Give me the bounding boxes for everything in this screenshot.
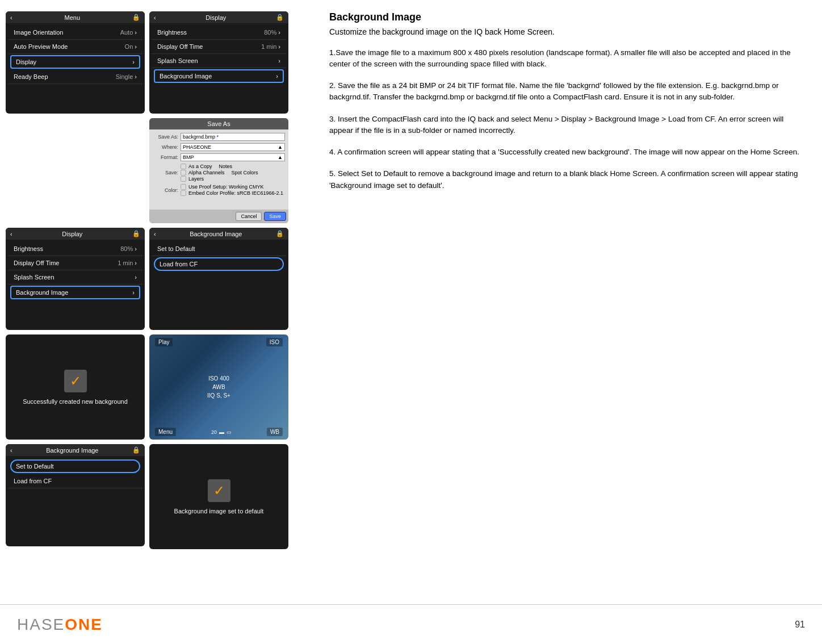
- battery-icon: ▬: [219, 429, 224, 435]
- row-1-screens: ‹ Menu 🔒 Image Orientation Auto › Auto P…: [6, 11, 312, 114]
- instruction-1-text: 1.Save the image file to a maximum 800 x…: [329, 47, 805, 70]
- display-screen-1-title: Display: [206, 14, 226, 21]
- color-label: Color:: [153, 187, 178, 193]
- menu-item-display: Display ›: [10, 55, 140, 69]
- lock-icon: 🔒: [132, 230, 140, 237]
- bg-image-title: Background Image: [190, 231, 242, 237]
- spot-label: Spot Colors: [232, 170, 258, 175]
- menu-item-label: Display: [16, 58, 36, 65]
- bottom-bar: HASE ONE 91: [0, 604, 822, 644]
- lock-icon: 🔒: [276, 230, 284, 237]
- instruction-4-text: 4. A confirmation screen will appear sta…: [329, 147, 805, 158]
- right-column: Background Image Customize the backgroun…: [318, 0, 822, 644]
- display-item-off-time: Display Off Time 1 min ›: [152, 40, 286, 54]
- d2-brightness: Brightness 80% ›: [8, 242, 142, 256]
- color-options: Use Proof Setup: Working CMYK Embed Colo…: [181, 184, 283, 196]
- instruction-1: 1.Save the image file to a maximum 800 x…: [329, 47, 805, 70]
- dialog-title: Save As: [207, 120, 230, 127]
- bg-image-screen-2-header: ‹ Background Image 🔒: [6, 444, 145, 456]
- dialog-footer: Cancel Save: [149, 210, 288, 223]
- instruction-3-text: 3. Insert the CompactFlash card into the…: [329, 114, 805, 137]
- page-subtitle: Customize the background image on the IQ…: [329, 27, 805, 38]
- home-top-bar: Play ISO: [149, 334, 288, 350]
- bg-image-screen-1: ‹ Background Image 🔒 Set to Default Load…: [149, 228, 288, 330]
- save-button[interactable]: Save: [264, 212, 286, 221]
- display-item-arrow: ›: [276, 73, 278, 80]
- display-screen-2-title: Display: [62, 231, 82, 237]
- save-options-row: Save: As a Copy Notes Alpha Channels Spo…: [153, 164, 285, 182]
- menu-item-ready-beep: Ready Beep Single ›: [8, 70, 142, 84]
- where-label: Where:: [153, 144, 178, 150]
- display-item-value: 80% ›: [264, 29, 280, 36]
- brand-logo: HASE ONE: [17, 616, 103, 634]
- display-item-label: Background Image: [160, 73, 212, 80]
- awb-value: AWB: [149, 383, 288, 391]
- option-layers: Layers: [181, 176, 258, 182]
- card-icon: ▭: [227, 429, 232, 435]
- brand-one: ONE: [65, 616, 103, 634]
- menu-screen-title: Menu: [65, 14, 81, 21]
- bg-load-cf: Load from CF: [154, 257, 284, 271]
- embed-label: Embed Color Profile: sRCB IEC61966-2.1: [188, 190, 283, 196]
- back-arrow-icon: ‹: [154, 14, 156, 21]
- menu-item-value: Auto ›: [120, 29, 137, 36]
- wb-button: WB: [267, 428, 283, 436]
- confirm-new-bg-text: Successfully created new background: [23, 398, 128, 405]
- row-2-screens: Save As Save As: backgrnd.bmp * Where: P…: [6, 118, 312, 223]
- checkbox-icon: [181, 190, 186, 196]
- display-item-value: 1 min ›: [261, 43, 280, 50]
- checkmark-icon-2: ✓: [213, 483, 225, 499]
- cancel-button[interactable]: Cancel: [236, 212, 262, 221]
- home-screen: Play ISO ISO 400 AWB IIQ S, S+ Menu 20 ▬: [149, 334, 288, 440]
- format-select: BMP ▲: [181, 153, 285, 161]
- menu-item-image-orientation: Image Orientation Auto ›: [8, 26, 142, 40]
- menu-item-auto-preview: Auto Preview Mode On ›: [8, 40, 142, 54]
- confirm-check-icon: ✓: [64, 370, 87, 392]
- menu-item-value: Single ›: [116, 73, 137, 80]
- option-label: As a Copy: [188, 164, 212, 169]
- menu-item-arrow: ›: [132, 58, 135, 65]
- back-arrow-icon: ‹: [10, 14, 12, 21]
- menu-button: Menu: [155, 428, 176, 436]
- display-item-brightness: Brightness 80% ›: [152, 26, 286, 40]
- checkbox-icon: [181, 170, 186, 175]
- iso-value: ISO 400: [149, 374, 288, 383]
- save-as-dialog: Save As Save As: backgrnd.bmp * Where: P…: [149, 118, 288, 223]
- dialog-body: Save As: backgrnd.bmp * Where: PHASEONE …: [149, 129, 288, 210]
- display-screen-2-header: ‹ Display 🔒: [6, 228, 145, 240]
- bg-image-screen-header: ‹ Background Image 🔒: [149, 228, 288, 240]
- play-button: Play: [155, 338, 173, 346]
- option-label: Alpha Channels: [188, 170, 225, 175]
- checkbox-icon: [181, 164, 186, 169]
- save-as-row: Save As: backgrnd.bmp *: [153, 133, 285, 141]
- embed-profile: Embed Color Profile: sRCB IEC61966-2.1: [181, 190, 283, 196]
- confirm-check-icon-2: ✓: [208, 479, 230, 502]
- instruction-2-text: 2. Save the file as a 24 bit BMP or 24 b…: [329, 80, 805, 103]
- menu-item-label: Auto Preview Mode: [14, 43, 68, 50]
- menu-item-label: Image Orientation: [14, 29, 63, 36]
- dialog-header: Save As: [149, 118, 288, 129]
- confirm-default-bg-text: Background image set to default: [174, 508, 264, 515]
- checkbox-icon: [181, 184, 186, 190]
- back-arrow-icon: ‹: [10, 231, 12, 237]
- home-status: 20 ▬ ▭: [211, 429, 232, 435]
- proof-setup: Use Proof Setup: Working CMYK: [181, 184, 283, 190]
- display-2-items: Brightness 80% › Display Off Time 1 min …: [6, 240, 145, 303]
- confirm-default-bg-screen: ✓ Background image set to default: [149, 444, 288, 549]
- d2-splash: Splash Screen ›: [8, 270, 142, 285]
- lock-icon: 🔒: [132, 446, 140, 454]
- color-row: Color: Use Proof Setup: Working CMYK Emb…: [153, 184, 285, 196]
- save-options: As a Copy Notes Alpha Channels Spot Colo…: [181, 164, 258, 182]
- display-item-label: Display Off Time: [157, 43, 203, 50]
- home-center-info: ISO 400 AWB IIQ S, S+: [149, 374, 288, 400]
- checkbox-icon: [181, 176, 186, 182]
- format-row: Format: BMP ▲: [153, 153, 285, 161]
- page-number: 91: [795, 620, 805, 630]
- where-row: Where: PHASEONE ▲: [153, 143, 285, 151]
- home-bottom-bar: Menu 20 ▬ ▭ WB: [149, 424, 288, 440]
- left-column: ‹ Menu 🔒 Image Orientation Auto › Auto P…: [0, 0, 318, 644]
- page-title: Background Image: [329, 11, 805, 23]
- instruction-2: 2. Save the file as a 24 bit BMP or 24 b…: [329, 80, 805, 103]
- save-label: Save:: [153, 170, 178, 175]
- display-screen-2: ‹ Display 🔒 Brightness 80% › Display Off…: [6, 228, 145, 330]
